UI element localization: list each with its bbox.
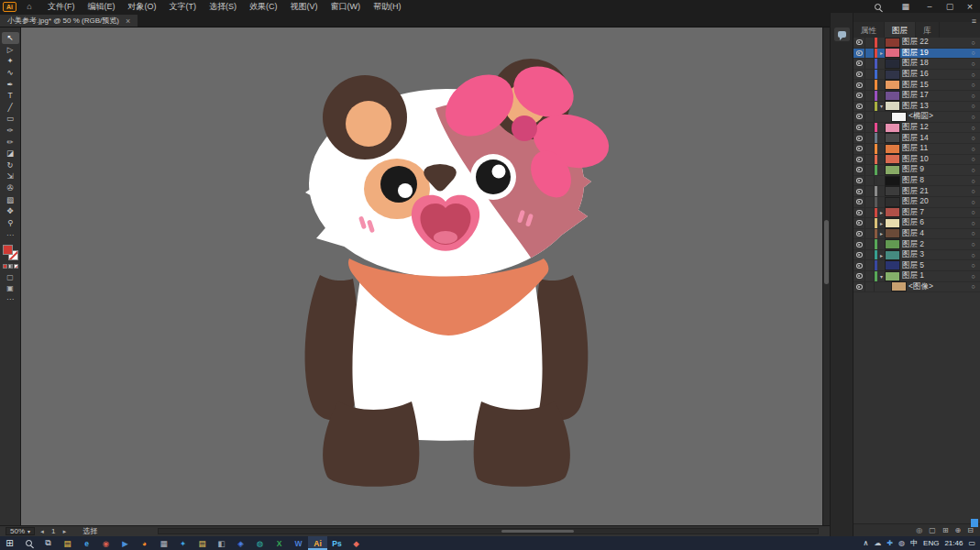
artboard-number[interactable]: 1	[50, 527, 57, 535]
lock-toggle[interactable]	[865, 144, 875, 154]
lock-toggle[interactable]	[865, 123, 875, 133]
layer-row[interactable]: ▸ 图层 19 ○	[853, 49, 980, 60]
menu-item[interactable]: 文件(F)	[41, 1, 82, 13]
panda-left-leg[interactable]	[323, 402, 419, 487]
menu-item[interactable]: 文字(T)	[163, 1, 204, 13]
panda-left-ear-inner[interactable]	[346, 101, 391, 147]
line-segment-tool[interactable]: ╱	[2, 102, 19, 114]
taskbar-app-16[interactable]: ◆	[347, 536, 366, 550]
taskbar-app-6[interactable]: ▦	[154, 536, 173, 550]
hand-tool[interactable]: ✥	[2, 205, 19, 217]
pencil-tool[interactable]: ✏	[2, 136, 19, 148]
layer-target-icon[interactable]: ○	[966, 156, 980, 162]
layer-target-icon[interactable]: ○	[966, 60, 980, 67]
layer-expand-arrow[interactable]: ▾	[877, 273, 886, 280]
layer-name[interactable]: 图层 5	[902, 260, 966, 271]
toolbar-overflow-icon[interactable]: ⋯	[6, 295, 14, 303]
rectangle-tool[interactable]: ▭	[2, 113, 19, 125]
eraser-tool[interactable]: ◪	[2, 148, 19, 160]
visibility-toggle[interactable]	[853, 165, 865, 175]
layer-target-icon[interactable]: ○	[966, 273, 980, 280]
menu-item[interactable]: 视图(V)	[284, 1, 325, 13]
visibility-toggle[interactable]	[853, 155, 865, 165]
panda-left-arm[interactable]	[305, 275, 359, 421]
ime-indicator[interactable]: 中	[910, 538, 918, 548]
visibility-toggle[interactable]	[853, 239, 865, 249]
layer-target-icon[interactable]: ○	[966, 188, 980, 194]
lock-toggle[interactable]	[865, 80, 875, 90]
taskbar-firefox[interactable]: ◕	[135, 536, 154, 550]
menu-item[interactable]: 窗口(W)	[325, 1, 368, 13]
rotate-tool[interactable]: ↻	[2, 160, 19, 171]
taskbar-folder[interactable]: ▤	[193, 536, 212, 550]
edit-toolbar-button[interactable]: ⋯	[2, 229, 19, 241]
lock-toggle[interactable]	[865, 218, 875, 228]
layer-name[interactable]: 图层 18	[902, 58, 966, 69]
layer-row[interactable]: ▾ 图层 13 ○	[853, 102, 980, 113]
layer-target-icon[interactable]: ○	[966, 241, 980, 248]
visibility-toggle[interactable]	[853, 271, 865, 281]
lock-toggle[interactable]	[865, 282, 875, 292]
gradient-tool[interactable]: ▧	[2, 193, 19, 205]
lock-toggle[interactable]	[865, 49, 875, 59]
new-layer-icon[interactable]: ⊕	[955, 526, 962, 534]
zoom-control[interactable]: 50% ▾	[6, 527, 35, 535]
close-button[interactable]: ×	[960, 0, 980, 13]
notification-center-icon[interactable]: ▭	[968, 539, 975, 547]
layer-name[interactable]: 图层 22	[902, 38, 966, 48]
layer-name[interactable]: 图层 21	[902, 186, 966, 197]
visibility-toggle[interactable]	[853, 123, 865, 133]
layer-target-icon[interactable]: ○	[966, 252, 980, 258]
artwork-panda[interactable]	[21, 28, 830, 525]
layer-row[interactable]: 图层 18 ○	[853, 59, 980, 70]
layer-expand-arrow[interactable]: ▸	[877, 209, 886, 215]
screen-mode-button[interactable]: ▣	[6, 284, 14, 292]
visibility-toggle[interactable]	[853, 260, 865, 270]
lock-toggle[interactable]	[865, 38, 875, 48]
layer-name[interactable]: <图像>	[908, 281, 966, 292]
menu-item[interactable]: 帮助(H)	[367, 1, 408, 13]
eyedropper-tool[interactable]: ✇	[2, 182, 19, 194]
lock-toggle[interactable]	[865, 133, 875, 143]
taskbar-photoshop[interactable]: Ps	[327, 536, 347, 550]
draw-mode-button[interactable]: ▢	[6, 273, 14, 281]
artboard-next-button[interactable]: ►	[61, 529, 67, 534]
taskbar-chrome[interactable]: ◉	[96, 536, 116, 550]
paintbrush-tool[interactable]: ✑	[2, 125, 19, 137]
security-icon[interactable]: ✚	[886, 539, 893, 547]
layer-target-icon[interactable]: ○	[966, 167, 980, 173]
lock-toggle[interactable]	[865, 250, 875, 260]
menu-item[interactable]: 编辑(E)	[82, 1, 122, 13]
direct-selection-tool[interactable]: ▷	[2, 44, 19, 56]
layer-name[interactable]: 图层 7	[902, 207, 966, 218]
layer-name[interactable]: 图层 17	[902, 90, 966, 101]
layer-name[interactable]: 图层 19	[902, 48, 966, 59]
layer-name[interactable]: 图层 2	[902, 239, 966, 250]
taskbar-edge[interactable]: e	[77, 536, 96, 550]
tray-chevron-icon[interactable]: ∧	[864, 539, 869, 547]
tab-close-icon[interactable]: ×	[126, 16, 130, 26]
bow-center[interactable]	[512, 116, 537, 141]
clock[interactable]: 21:46	[944, 539, 963, 547]
layer-target-icon[interactable]: ○	[966, 135, 980, 141]
delete-layer-icon[interactable]: ⊟	[967, 526, 974, 534]
color-button[interactable]	[3, 264, 7, 269]
search-icon[interactable]	[875, 4, 881, 10]
layer-name[interactable]: 图层 1	[902, 270, 966, 281]
taskbar-media-app[interactable]: ▶	[116, 536, 135, 550]
visibility-toggle[interactable]	[853, 229, 865, 239]
comments-panel-icon[interactable]	[834, 28, 850, 41]
vertical-scrollbar-thumb[interactable]	[824, 220, 829, 284]
layer-row[interactable]: 图层 22 ○	[853, 38, 980, 49]
layer-target-icon[interactable]: ○	[966, 93, 980, 99]
layer-target-icon[interactable]: ○	[966, 103, 980, 109]
start-button[interactable]: ⊞	[0, 536, 19, 550]
lock-toggle[interactable]	[865, 155, 875, 165]
visibility-toggle[interactable]	[853, 133, 865, 143]
magic-wand-tool[interactable]: ✦	[2, 55, 19, 67]
layer-target-icon[interactable]: ○	[966, 209, 980, 215]
layer-target-icon[interactable]: ○	[966, 146, 980, 152]
workspace-switcher-icon[interactable]: ▦	[901, 2, 909, 11]
taskbar-app-7[interactable]: ✦	[173, 536, 193, 550]
layer-target-icon[interactable]: ○	[966, 50, 980, 56]
